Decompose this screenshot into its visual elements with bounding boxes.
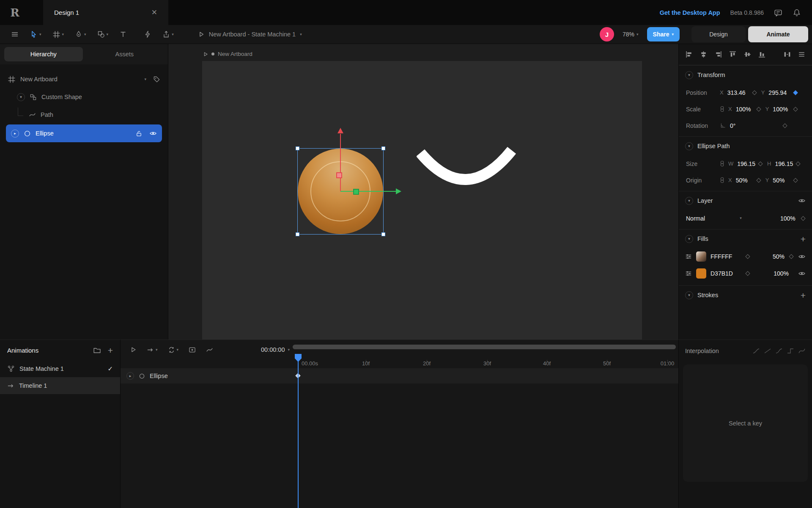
selection-handle-top-right[interactable] [381,146,385,150]
collapse-chevron-icon[interactable]: ▾ [685,197,693,205]
distribute-horizontal-icon[interactable] [783,50,791,58]
events-tool-button[interactable] [140,27,155,41]
fill-visibility-eye-icon[interactable] [798,270,806,277]
origin-y-value[interactable]: 50% [773,177,790,184]
blend-mode-dropdown[interactable]: Normal ▾ [686,215,780,222]
collapse-chevron-icon[interactable]: ▾ [685,235,693,243]
fill-color-swatch[interactable] [696,268,706,279]
timeline-track-ellipse[interactable]: ▸ Ellipse [121,368,678,384]
size-h-value[interactable]: 196.15 [775,160,793,167]
playhead-line[interactable] [298,354,299,508]
gizmo-scale-handle[interactable] [353,189,359,195]
loop-mode-button[interactable]: ▾ [168,346,179,353]
timeline-range-scrollbar[interactable] [293,345,676,349]
tree-item-custom-shape[interactable]: ▾ Custom Shape [0,88,168,106]
timeline-ruler[interactable]: 00.00s 10f 20f 30f 40f 50f 01:00 [121,359,678,368]
keyframe-diamond-icon[interactable] [745,271,750,276]
artboard-state-machine-selector[interactable]: New Artboard - State Machine 1 ▾ [198,31,302,38]
origin-x-value[interactable]: 50% [736,177,754,184]
check-icon[interactable]: ✓ [107,365,113,373]
align-right-icon[interactable] [714,50,722,58]
tree-item-path[interactable]: Path [0,106,168,124]
tree-item-artboard[interactable]: New Artboard ▾ [0,70,168,88]
collapse-chevron-icon[interactable]: ▾ [685,291,693,299]
add-animation-button[interactable]: + [108,346,113,355]
get-desktop-app-link[interactable]: Get the Desktop App [660,9,720,16]
notifications-bell-icon[interactable] [793,8,801,17]
align-left-icon[interactable] [685,50,693,58]
position-x-value[interactable]: 313.46 [727,89,749,96]
lock-open-icon[interactable] [135,130,143,137]
align-bottom-icon[interactable] [758,50,766,58]
export-button[interactable]: ▾ [159,27,178,41]
interp-ease-icon[interactable] [752,347,760,355]
scale-x-value[interactable]: 100% [736,106,754,113]
collapse-chevron-icon[interactable]: ▾ [685,71,693,79]
interp-linear-icon[interactable] [764,347,771,355]
gizmo-x-axis-arrow[interactable] [396,188,401,194]
curve-editor-button[interactable] [206,346,213,353]
tree-item-ellipse[interactable]: ▸ Ellipse [6,124,162,142]
interp-custom-curve-icon[interactable] [798,347,806,355]
fill-options-sliders-icon[interactable] [685,270,692,277]
fill-opacity-value[interactable]: 50% [773,253,785,260]
tab-assets[interactable]: Assets [85,47,164,61]
link-values-icon[interactable] [720,106,724,112]
keyframe-panel-button[interactable] [189,346,196,353]
rive-logo[interactable]: R [0,6,30,19]
keyframe-diamond-filled-icon[interactable] [793,90,798,95]
selection-handle-bottom-right[interactable] [381,232,385,236]
expand-caret-icon[interactable]: ▸ [11,130,19,138]
keyframe-diamond-icon[interactable] [793,107,798,111]
file-tab[interactable]: Design 1 ✕ [43,0,168,25]
fill-hex-value[interactable]: D37B1D [710,270,741,277]
keyframe-diamond-icon[interactable] [782,123,787,128]
position-y-value[interactable]: 295.94 [768,89,790,96]
align-center-vertical-icon[interactable] [743,50,752,58]
keyframe-diamond-icon[interactable] [758,161,763,166]
keyframe-diamond-icon[interactable] [756,178,761,182]
scale-y-value[interactable]: 100% [773,106,790,113]
tag-icon[interactable] [153,76,160,83]
selection-handle-bottom-left[interactable] [296,232,299,236]
animate-mode-button[interactable]: Animate [748,26,808,42]
canvas[interactable]: New Artboard [168,44,678,340]
fill-opacity-value[interactable]: 100% [774,270,789,277]
gizmo-y-axis-arrow[interactable] [337,128,343,133]
fill-hex-value[interactable]: FFFFFF [710,253,741,260]
crescent-path-shape[interactable] [417,146,516,195]
add-fill-button[interactable]: + [801,235,806,243]
keyframe-diamond-icon[interactable] [756,107,761,111]
size-w-value[interactable]: 196.15 [737,160,755,167]
interp-ease-in-icon[interactable] [775,347,783,355]
eye-icon[interactable] [149,130,157,137]
keyframe-diamond-icon[interactable] [801,216,805,221]
rotation-value[interactable]: 0° [730,122,748,129]
align-top-icon[interactable] [729,50,737,58]
play-artboard-icon[interactable] [203,52,208,57]
link-values-icon[interactable] [720,177,724,183]
expand-caret-icon[interactable]: ▾ [17,93,25,101]
shape-tool-button[interactable]: ▾ [93,27,112,41]
animation-item-state-machine[interactable]: State Machine 1 ✓ [0,360,120,377]
artboard-label[interactable]: New Artboard [203,51,252,57]
playback-direction-button[interactable]: ▾ [147,346,158,353]
link-values-icon[interactable] [720,160,724,167]
animation-item-timeline[interactable]: Timeline 1 [0,377,120,394]
share-button[interactable]: Share ▾ [647,27,680,41]
keyframe-diamond-icon[interactable] [789,254,793,259]
select-tool-button[interactable]: ▾ [26,27,45,41]
play-button[interactable] [130,346,137,353]
fill-options-sliders-icon[interactable] [685,253,692,260]
fill-visibility-eye-icon[interactable] [798,253,806,260]
keyframe-diamond-icon[interactable] [752,90,757,95]
interp-hold-icon[interactable] [787,347,794,355]
keyframe-diamond-icon[interactable] [793,178,798,182]
main-menu-button[interactable] [7,27,23,41]
artboard-surface[interactable] [202,61,642,340]
gizmo-origin-handle[interactable] [336,172,342,178]
feedback-icon[interactable] [774,8,782,17]
add-stroke-button[interactable]: + [801,291,806,300]
fill-color-swatch[interactable] [696,251,706,262]
selection-handle-top-left[interactable] [296,146,299,150]
